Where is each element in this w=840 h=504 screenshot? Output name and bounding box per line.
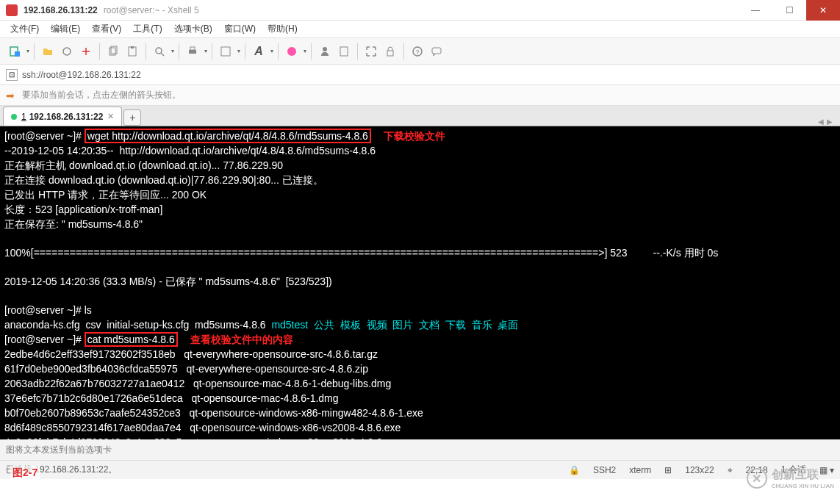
svg-point-2 (63, 48, 71, 55)
svg-point-13 (323, 47, 327, 51)
hint-text: 要添加当前会话，点击左侧的箭头按钮。 (22, 89, 181, 101)
annotation-1: 下载校验文件 (384, 130, 445, 142)
address-url[interactable]: ssh://root@192.168.26.131:22 (22, 70, 141, 80)
watermark-sub: CHUANG XIN HU LIAN (772, 483, 834, 489)
tab-bar: 1 192.168.26.131:22 ✕ + ◀ ▶ (0, 106, 840, 126)
toolbar: ▾ ▾ ▾ ▾ A▾ ▾ ? (0, 38, 840, 65)
tab-next-icon[interactable]: ▶ (827, 118, 833, 126)
svg-point-7 (156, 48, 162, 54)
font-icon[interactable]: A (251, 43, 267, 60)
chat-icon[interactable] (428, 43, 445, 60)
highlighted-command-1: wget http://download.qt.io/archive/qt/4.… (85, 129, 371, 143)
svg-point-12 (287, 47, 296, 56)
window-controls: — ☐ ✕ (739, 0, 840, 21)
menu-view[interactable]: 查看(V) (87, 21, 126, 37)
help-icon[interactable]: ? (409, 43, 426, 60)
fullscreen-icon[interactable] (363, 43, 379, 60)
menu-edit[interactable]: 编辑(E) (46, 21, 85, 37)
window-subtitle: root@server:~ - Xshell 5 (104, 5, 199, 15)
svg-rect-11 (221, 47, 230, 56)
svg-rect-9 (189, 50, 196, 54)
disconnect-icon[interactable] (78, 43, 94, 60)
script-icon[interactable] (336, 43, 352, 60)
tab-close-icon[interactable]: ✕ (107, 112, 114, 121)
status-term: xterm (629, 465, 651, 475)
tab-nav: ◀ ▶ (818, 118, 837, 126)
highlighted-command-2: cat md5sums-4.8.6 (85, 332, 178, 347)
tab-prev-icon[interactable]: ◀ (818, 118, 824, 126)
svg-rect-18 (432, 48, 441, 54)
hint-arrow-icon[interactable]: ➡ (6, 90, 18, 101)
svg-line-8 (161, 53, 164, 56)
menu-window[interactable]: 窗口(W) (220, 21, 260, 37)
session-tab[interactable]: 1 192.168.26.131:22 ✕ (3, 107, 122, 126)
svg-rect-14 (340, 47, 348, 56)
footer-hint-bar: 图将文本发送到当前选项卡 (0, 439, 840, 460)
window-title: 192.168.26.131:22 (24, 5, 98, 15)
color-scheme-icon[interactable] (284, 43, 300, 60)
tab-label: 192.168.26.131:22 (29, 112, 104, 122)
figure-label: 图2-7 (10, 466, 40, 480)
status-bar: 已连接 192.168.26.131:22。 🔒 SSH2 xterm ⊞ 12… (0, 460, 840, 479)
open-icon[interactable] (40, 43, 56, 60)
menu-tools[interactable]: 工具(T) (129, 21, 166, 37)
watermark-icon: ✕ (747, 468, 767, 489)
address-bar: ⊡ ssh://root@192.168.26.131:22 (0, 65, 840, 85)
menu-bar: 文件(F) 编辑(E) 查看(V) 工具(T) 选项卡(B) 窗口(W) 帮助(… (0, 21, 840, 38)
svg-text:?: ? (415, 48, 419, 56)
paste-icon[interactable] (124, 43, 140, 60)
status-lock-icon: 🔒 (569, 465, 580, 475)
watermark-brand: 创新互联 (772, 467, 834, 483)
lock-icon[interactable] (382, 43, 398, 60)
copy-icon[interactable] (105, 43, 121, 60)
address-icon[interactable]: ⊡ (6, 69, 18, 81)
svg-rect-6 (131, 46, 134, 48)
print-icon[interactable] (184, 43, 201, 60)
menu-help[interactable]: 帮助(H) (263, 21, 302, 37)
app-icon (6, 4, 18, 16)
status-protocol: SSH2 (593, 465, 616, 475)
menu-tab[interactable]: 选项卡(B) (170, 21, 217, 37)
status-dot-icon (11, 114, 17, 120)
watermark: ✕ 创新互联 CHUANG XIN HU LIAN (747, 467, 834, 489)
status-size-icon: ⊞ (664, 465, 672, 475)
close-button[interactable]: ✕ (806, 0, 840, 21)
maximize-button[interactable]: ☐ (772, 0, 806, 21)
status-size: 123x22 (685, 465, 714, 475)
footer-hint-text: 图将文本发送到当前选项卡 (6, 444, 112, 456)
tab-add-button[interactable]: + (123, 109, 141, 126)
tab-index: 1 (21, 112, 26, 122)
svg-rect-15 (387, 51, 393, 56)
users-icon[interactable] (317, 43, 333, 60)
hint-bar: ➡ 要添加当前会话，点击左侧的箭头按钮。 (0, 85, 840, 106)
properties-icon[interactable] (218, 43, 234, 60)
search-icon[interactable] (151, 43, 168, 60)
svg-rect-10 (190, 47, 195, 50)
title-bar: 192.168.26.131:22 root@server:~ - Xshell… (0, 0, 840, 21)
minimize-button[interactable]: — (739, 0, 772, 21)
terminal-output[interactable]: [root@server ~]# wget http://download.qt… (0, 126, 840, 439)
menu-file[interactable]: 文件(F) (6, 21, 43, 37)
new-session-icon[interactable] (7, 43, 23, 60)
annotation-2: 查看校验文件中的内容 (190, 334, 293, 345)
status-cursor-icon: ⌖ (728, 465, 733, 475)
svg-rect-1 (15, 51, 20, 57)
reconnect-icon[interactable] (59, 43, 75, 60)
